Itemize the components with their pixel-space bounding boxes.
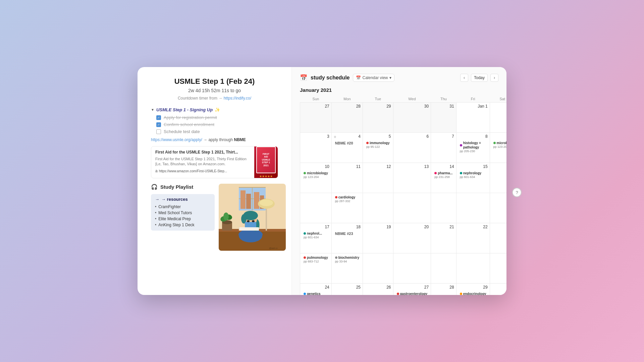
help-button[interactable]: ? xyxy=(512,188,522,197)
calendar-cell[interactable]: 10 microbiology pp 123-204 xyxy=(300,163,332,193)
calendar-event[interactable]: gastroenterology pp 367-412 xyxy=(395,291,429,295)
checkbox-checked[interactable] xyxy=(156,115,161,120)
svg-point-27 xyxy=(247,220,250,222)
apply-url[interactable]: https://www.usmle.org/apply/ xyxy=(151,137,202,142)
calendar-cell[interactable] xyxy=(456,193,490,223)
calendar-cell[interactable]: 27 gastroenterology pp 367-412 xyxy=(393,284,431,295)
calendar-cell[interactable]: 18 NBME #23 xyxy=(331,223,363,253)
calendar-cell[interactable]: 16 xyxy=(490,163,506,193)
calendar-event[interactable]: cardiology pp 287-332 xyxy=(334,194,361,204)
calendar-cell[interactable]: 19 xyxy=(363,223,393,253)
checklist-emoji: ✨ xyxy=(215,107,220,112)
calendar-cell[interactable]: cardiology pp 287-332 xyxy=(331,193,363,223)
calendar-cell[interactable]: 24 genetics pp 33-94 xyxy=(300,284,332,295)
list-item[interactable]: Med School Tutors xyxy=(155,210,211,216)
calendar-cell[interactable]: 5 immunology pp 95-122 xyxy=(363,133,393,163)
add-event-button[interactable]: + xyxy=(334,134,336,139)
calendar-cell[interactable]: 6 xyxy=(393,133,431,163)
calendar-cell[interactable]: 15 nephrology pp 601-634 xyxy=(456,163,490,193)
book-image: FIRSTAIDUSMLESTEP 12021 ★★★★★ xyxy=(254,146,278,178)
calendar-cell[interactable] xyxy=(393,253,431,284)
calendar-event[interactable]: pulmonology pp 683-712 xyxy=(302,255,329,264)
playlist-left: 🎧 Study Playlist → → resources CramFight… xyxy=(151,184,215,233)
calendar-week: pulmonology pp 683-712 biochemistry pp 3… xyxy=(300,253,507,284)
calendar-cell[interactable] xyxy=(490,253,506,284)
next-month-button[interactable]: › xyxy=(490,74,498,82)
list-item[interactable]: Elite Medical Prep xyxy=(155,216,211,222)
calendar-event[interactable]: nephrology pp 601-634 xyxy=(459,170,488,180)
calendar-cell[interactable]: 2 xyxy=(490,103,506,133)
calendar-cell[interactable]: 9 microbi... pp 123-204 xyxy=(490,133,506,163)
calendar-event[interactable]: histology + pathology pp 205-230 xyxy=(459,140,488,154)
calendar-cell[interactable]: 12 xyxy=(363,163,393,193)
calendar-cell[interactable]: 26 xyxy=(363,284,393,295)
checklist-section: ▼ USMLE Step 1 - Signing Up ✨ Apply for … xyxy=(151,107,278,142)
calendar-cell[interactable]: pulmonology pp 683-712 xyxy=(300,253,332,284)
event-dot xyxy=(493,142,496,144)
calendar-cell[interactable] xyxy=(363,253,393,284)
calendar-event[interactable]: microbi... pp 123-204 xyxy=(492,140,506,150)
calendar-cell[interactable]: 23 xyxy=(490,223,506,253)
calendar-event[interactable]: NBME #20 xyxy=(334,140,361,146)
calendar-cell[interactable] xyxy=(363,193,393,223)
calendar-cell[interactable]: 29 xyxy=(363,103,393,133)
day-number: 27 xyxy=(302,104,329,109)
calendar-cell[interactable]: 30 xyxy=(490,284,506,295)
calendar-cell[interactable] xyxy=(456,253,490,284)
checkbox-checked[interactable] xyxy=(156,122,161,127)
calendar-cell[interactable]: 11 xyxy=(331,163,363,193)
countdown-link[interactable]: https://indify.co/ xyxy=(224,96,251,101)
calendar-cell[interactable] xyxy=(300,193,332,223)
list-item[interactable]: AnKing Step 1 Deck xyxy=(155,222,211,228)
calendar-cell[interactable]: 8 histology + pathology pp 205-230 xyxy=(456,133,490,163)
book-cover: FIRSTAIDUSMLESTEP 12021 xyxy=(256,146,276,173)
prev-month-button[interactable]: ‹ xyxy=(460,74,468,82)
calendar-event[interactable]: biochemistry pp 33-94 xyxy=(334,255,361,264)
event-dot xyxy=(366,142,369,144)
calendar-cell[interactable] xyxy=(490,193,506,223)
day-number: 31 xyxy=(433,104,454,109)
calendar-cell[interactable]: 21 xyxy=(431,223,456,253)
day-number: 30 xyxy=(395,104,429,109)
calendar-cell[interactable]: 13 xyxy=(393,163,431,193)
calendar-event[interactable]: immunology pp 95-122 xyxy=(365,140,391,150)
calendar-cell[interactable]: 17 nephrol... pp 601-634 xyxy=(300,223,332,253)
calendar-cell[interactable] xyxy=(431,193,456,223)
event-dot xyxy=(460,293,462,295)
view-selector[interactable]: 📅 Calendar view ▾ xyxy=(353,74,394,82)
calendar-event[interactable]: NBME #23 xyxy=(334,231,361,237)
calendar-cell[interactable]: 20 xyxy=(393,223,431,253)
checklist-item[interactable]: Apply for registration permit xyxy=(151,115,278,120)
calendar-cell[interactable]: 28 xyxy=(431,284,456,295)
page-title: USMLE Step 1 (Feb 24) xyxy=(151,77,278,86)
checklist-toggle[interactable]: ▼ USMLE Step 1 - Signing Up ✨ xyxy=(151,107,278,112)
calendar-cell[interactable]: 7 xyxy=(431,133,456,163)
calendar-event[interactable]: genetics pp 33-94 xyxy=(302,291,329,295)
list-item[interactable]: CramFighter xyxy=(155,204,211,210)
calendar-cell[interactable]: 14 pharma... pp 231-258 xyxy=(431,163,456,193)
calendar-cell[interactable]: 28 xyxy=(331,103,363,133)
calendar-cell[interactable]: Jan 1 xyxy=(456,103,490,133)
calendar-cell[interactable] xyxy=(431,253,456,284)
calendar-event[interactable]: microbiology pp 123-204 xyxy=(302,170,329,180)
playlist-header: 🎧 Study Playlist xyxy=(151,184,215,190)
checklist-item[interactable]: Confirm school enrollment xyxy=(151,122,278,127)
today-button[interactable]: Today xyxy=(471,74,488,82)
book-card[interactable]: First Aid for the USMLE Step 1 2021, Thi… xyxy=(151,146,278,178)
calendar-cell[interactable]: 3 xyxy=(300,133,332,163)
calendar-cell[interactable]: 30 xyxy=(393,103,431,133)
calendar-cell[interactable]: 27 xyxy=(300,103,332,133)
calendar-event[interactable]: nephrol... pp 601-634 xyxy=(302,231,329,240)
calendar-cell[interactable]: 4 + NBME #20 xyxy=(331,133,363,163)
calendar-cell[interactable]: 25 xyxy=(331,284,363,295)
calendar-cell[interactable] xyxy=(393,193,431,223)
checkbox-unchecked[interactable] xyxy=(156,129,161,134)
calendar-cell[interactable]: 31 xyxy=(431,103,456,133)
calendar-event[interactable]: pharma... pp 231-258 xyxy=(433,170,454,180)
calendar-event[interactable]: endocrinology pp 333-366 xyxy=(459,291,488,295)
calendar-cell[interactable]: biochemistry pp 33-94 xyxy=(331,253,363,284)
checklist-header-label: USMLE Step 1 - Signing Up xyxy=(156,107,213,112)
checklist-item[interactable]: Schedule test date xyxy=(151,129,278,134)
calendar-cell[interactable]: 29 endocrinology pp 333-366 xyxy=(456,284,490,295)
calendar-cell[interactable]: 22 xyxy=(456,223,490,253)
